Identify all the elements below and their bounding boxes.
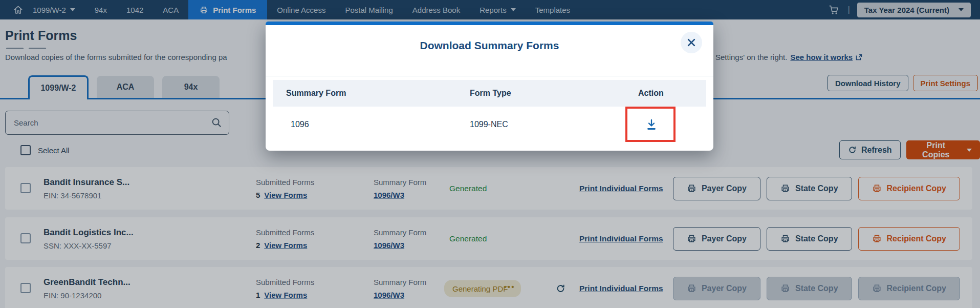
form-type-value: 1099-NEC — [470, 120, 508, 129]
modal-table-header: Summary Form Form Type Action — [273, 80, 706, 107]
download-summary-forms-modal: Download Summary Forms Summary Form Form… — [266, 22, 713, 151]
modal-divider — [266, 76, 713, 76]
column-summary-form: Summary Form — [286, 89, 346, 98]
modal-title: Download Summary Forms — [266, 39, 713, 52]
column-form-type: Form Type — [470, 89, 511, 98]
summary-form-value: 1096 — [291, 120, 309, 129]
column-action: Action — [638, 89, 664, 98]
highlight-annotation-box — [625, 107, 676, 142]
close-icon[interactable] — [681, 32, 702, 53]
modal-accent-bar — [266, 22, 713, 25]
